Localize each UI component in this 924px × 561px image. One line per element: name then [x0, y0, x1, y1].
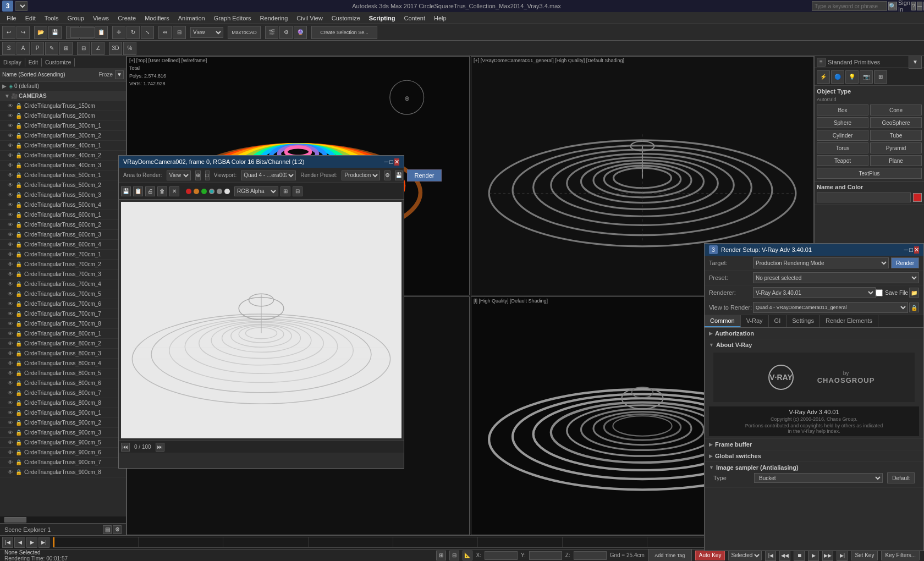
scene-explorer-option1[interactable]: ▤	[103, 525, 112, 534]
rf-render-button[interactable]: Render	[407, 169, 441, 182]
list-item[interactable]: 👁🔒CirdeTriangularTruss_700cm_6	[0, 299, 126, 309]
vis-icon[interactable]: 👁	[8, 340, 15, 346]
rs-save-file-check[interactable]	[876, 289, 883, 296]
material-editor-button[interactable]: 🔮	[294, 26, 307, 39]
rf-channel-red[interactable]	[186, 189, 191, 194]
menu-customize[interactable]: Customize	[327, 14, 365, 23]
menu-tools[interactable]: Tools	[40, 14, 63, 23]
lock-icon[interactable]: 🔒	[15, 449, 23, 455]
list-item[interactable]: 👁🔒CirdeTriangularTruss_800cm_4	[0, 359, 126, 369]
rs-imgsampler-header[interactable]: ▼ Image sampler (Antialiasing)	[709, 464, 919, 471]
timeline-prev-btn[interactable]: ◀	[14, 537, 25, 548]
name-input[interactable]	[817, 193, 911, 202]
rp-icon4[interactable]: 📷	[860, 70, 873, 84]
rs-auth-header[interactable]: ▶ Authorization	[709, 330, 919, 337]
list-item[interactable]: 👁🔒CirdeTriangularTruss_700cm_8	[0, 319, 126, 329]
list-item[interactable]: 👁🔒CirdeTriangularTruss_300cm_1	[0, 121, 126, 131]
list-item[interactable]: 👁🔒CirdeTriangularTruss_500cm_1	[0, 170, 126, 180]
create-selection-button[interactable]: Create Selection Se...	[311, 26, 377, 39]
lock-icon[interactable]: 🔒	[15, 142, 23, 148]
rf-tool-print[interactable]: 🖨	[145, 186, 155, 196]
vis-icon[interactable]: 👁	[8, 133, 15, 139]
list-item[interactable]: 👁🔒CirdeTriangularTruss_400cm_1	[0, 141, 126, 151]
menu-rendering[interactable]: Rendering	[256, 14, 293, 23]
vis-icon[interactable]: 👁	[8, 321, 15, 327]
lock-icon[interactable]: 🔒	[15, 123, 23, 129]
y-input[interactable]	[529, 551, 562, 560]
menu-content[interactable]: Content	[399, 14, 430, 23]
vis-icon[interactable]: 👁	[8, 410, 15, 416]
rf-channel-gray[interactable]	[217, 189, 222, 194]
rs-tab-common[interactable]: Common	[705, 315, 741, 327]
rp-icon3[interactable]: 💡	[845, 70, 859, 84]
tb2-p[interactable]: P	[31, 42, 44, 55]
tb2-edit[interactable]: ✎	[45, 42, 58, 55]
lock-icon[interactable]: 🔒	[15, 400, 23, 406]
scrollbar-thumb[interactable]	[4, 517, 26, 522]
lock-icon[interactable]: 🔒	[15, 103, 23, 109]
transport-next[interactable]: ▶▶	[822, 550, 833, 561]
list-item[interactable]: 👁🔒CirdeTriangularTruss_900cm_8	[0, 468, 126, 477]
lock-icon[interactable]: 🔒	[15, 232, 23, 238]
list-item[interactable]: 👁🔒CirdeTriangularTruss_700cm_5	[0, 289, 126, 299]
vis-icon[interactable]: 👁	[8, 142, 15, 148]
rf-area-btn1[interactable]: ⊕	[195, 170, 201, 180]
tb2-wire[interactable]: ⊞	[59, 42, 73, 55]
rs-tab-gi[interactable]: GI	[769, 315, 787, 327]
rs-view-select[interactable]: Quad 4 - VRayDomeCamera011_general	[753, 302, 908, 313]
scene-explorer-option2[interactable]: ⚙	[113, 525, 122, 534]
lock-icon[interactable]: 🔒	[15, 331, 23, 337]
lock-icon[interactable]: 🔒	[15, 222, 23, 228]
btn-pyramid[interactable]: Pyramid	[870, 142, 922, 153]
tab-display[interactable]: Display	[0, 58, 25, 67]
timeline-next-btn[interactable]: ▶|	[38, 537, 50, 548]
rf-preset-select[interactable]: Production	[342, 170, 380, 180]
lock-icon[interactable]: 🔒	[15, 420, 23, 426]
tb2-grid[interactable]: ⊟	[77, 42, 90, 55]
vis-icon[interactable]: 👁	[8, 291, 15, 297]
btn-cylinder[interactable]: Cylinder	[817, 130, 868, 141]
help-icon[interactable]: ?	[911, 2, 916, 10]
rs-about-header[interactable]: ▼ About V-Ray	[709, 342, 919, 348]
btn-plane[interactable]: Plane	[870, 155, 922, 166]
list-item[interactable]: 👁🔒CirdeTriangularTruss_500cm_4	[0, 200, 126, 210]
btn-tube[interactable]: Tube	[870, 130, 922, 141]
rf-area-select[interactable]: View	[167, 170, 191, 180]
vis-icon[interactable]: 👁	[8, 390, 15, 396]
list-item[interactable]: 👁🔒CirdeTriangularTruss_200cm	[0, 111, 126, 121]
rs-save-file-btn[interactable]: 📁	[909, 288, 919, 298]
lock-icon[interactable]: 🔒	[15, 212, 23, 218]
render-button[interactable]: 🎬	[265, 26, 278, 39]
vis-icon[interactable]: 👁	[8, 202, 15, 208]
vis-icon[interactable]: 👁	[8, 261, 15, 267]
lock-icon[interactable]: 🔒	[15, 133, 23, 139]
rs-maximize-button[interactable]: □	[909, 246, 913, 254]
redo-button[interactable]: ↪	[16, 26, 30, 39]
rs-type-select[interactable]: Bucket	[754, 473, 883, 483]
render-setup-button[interactable]: ⚙	[279, 26, 293, 39]
vis-icon[interactable]: 👁	[8, 459, 15, 465]
mirror-button[interactable]: ⇔	[158, 26, 172, 39]
rf-tool-clear[interactable]: 🗑	[157, 186, 167, 196]
rp-expand-button[interactable]: ▼	[909, 56, 922, 69]
list-item[interactable]: 👁🔒CirdeTriangularTruss_700cm_1	[0, 250, 126, 260]
rs-render-button[interactable]: Render	[891, 257, 919, 268]
btn-torus[interactable]: Torus	[817, 142, 868, 153]
status-icon2[interactable]: ⊟	[449, 551, 459, 560]
list-item[interactable]: 👁🔒CirdeTriangularTruss_800cm_6	[0, 378, 126, 388]
vis-icon[interactable]: 👁	[8, 430, 15, 436]
lock-icon[interactable]: 🔒	[15, 311, 23, 317]
lock-icon[interactable]: 🔒	[15, 182, 23, 188]
rs-view-btn[interactable]: 🔒	[909, 302, 919, 312]
status-icon1[interactable]: ⊞	[436, 551, 446, 560]
vis-icon[interactable]: 👁	[8, 172, 15, 178]
list-item[interactable]: 👁🔒CirdeTriangularTruss_800cm_2	[0, 339, 126, 349]
list-item[interactable]: 👁🔒CirdeTriangularTruss_500cm_2	[0, 180, 126, 190]
btn-box[interactable]: Box	[817, 105, 868, 116]
rf-preset-btn2[interactable]: 💾	[395, 170, 403, 180]
rs-global-header[interactable]: ▶ Global switches	[709, 453, 919, 459]
tb2-3d[interactable]: 3D	[109, 42, 122, 55]
lock-icon[interactable]: 🔒	[15, 340, 23, 346]
vis-icon[interactable]: 👁	[8, 301, 15, 307]
vis-icon[interactable]: 👁	[8, 439, 15, 446]
